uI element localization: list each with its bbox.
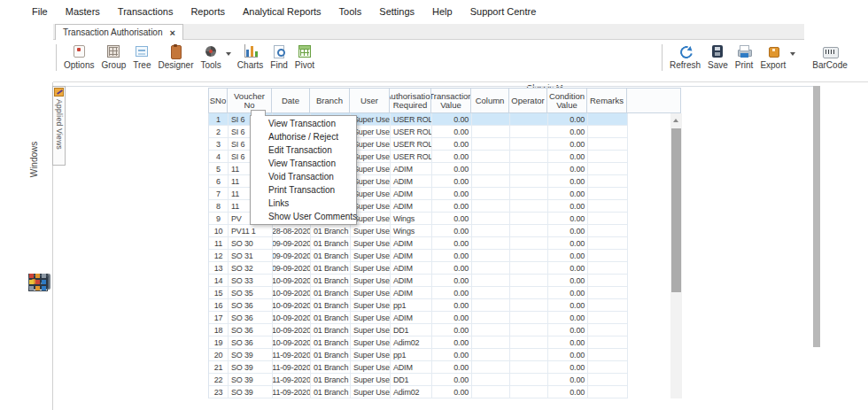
column-header-remarks[interactable]: Remarks: [587, 88, 627, 113]
menu-item-print-transaction[interactable]: Print Transaction: [251, 183, 356, 197]
grid-cell-remarks: [588, 275, 628, 286]
menu-item-analytical-reports[interactable]: Analytical Reports: [234, 5, 330, 19]
applied-views-tab[interactable]: Applied Views: [52, 86, 66, 166]
table-row[interactable]: 10PV11 128-08-202001 BranchSuper UserWin…: [209, 225, 628, 237]
window-vertical-scrollbar[interactable]: [813, 86, 820, 347]
menu-item-tools[interactable]: Tools: [330, 5, 371, 19]
grid-cell-operator: [510, 361, 548, 373]
toolbar-right-group: RefreshSavePrintExportBarCode: [666, 43, 851, 71]
menu-item-void-transaction[interactable]: Void Transaction: [251, 170, 356, 183]
column-header-date[interactable]: Date: [272, 88, 310, 113]
table-row[interactable]: 14SO 3310-09-202001 BranchSuper UserADIM…: [209, 275, 628, 287]
toolbar-button-designer[interactable]: Designer: [154, 43, 197, 71]
grid-cell-condition-value: 0.00: [548, 225, 588, 236]
print-icon: [736, 44, 752, 58]
toolbar-button-label: Options: [64, 60, 94, 70]
grid-cell-remarks: [588, 175, 628, 187]
toolbar-button-tools[interactable]: Tools: [198, 43, 225, 71]
grid-cell-condition-value: 0.00: [548, 126, 588, 137]
toolbar-button-refresh[interactable]: Refresh: [666, 43, 704, 71]
menu-item-view-transaction[interactable]: View Transaction: [251, 157, 356, 170]
grid-cell-remarks: [588, 262, 628, 274]
grid-cell-user: Super User: [351, 337, 391, 348]
menu-item-help[interactable]: Help: [423, 5, 461, 19]
toolbar-button-group[interactable]: Group: [97, 43, 129, 71]
table-row[interactable]: 17SO 3610-09-202001 BranchSuper UserADIM…: [209, 312, 628, 324]
grid-cell-authorisation-required: DD1: [391, 324, 432, 336]
grid-cell-sno: 7: [209, 188, 229, 199]
scrollbar-thumb[interactable]: [671, 128, 681, 292]
grid-cell-voucher-no: PV11 1: [229, 225, 273, 236]
toolbar-button-save[interactable]: Save: [704, 43, 732, 71]
cell-editor-artifact: [251, 110, 266, 116]
grid-cell-branch: 01 Branch: [311, 262, 351, 274]
table-row[interactable]: 19SO 3610-09-202001 BranchSuper UserAdim…: [209, 337, 628, 349]
menu-item-view-transaction[interactable]: View Transaction: [251, 117, 356, 130]
menu-item-show-user-comments[interactable]: Show User Comments: [251, 210, 356, 223]
column-header-user[interactable]: User: [350, 88, 390, 113]
dropdown-arrow-icon[interactable]: [790, 52, 795, 56]
table-row[interactable]: 15SO 3510-09-202001 BranchSuper UserADIM…: [209, 287, 628, 299]
table-row[interactable]: 23SO 3911-09-202001 BranchSuper UserAdim…: [209, 386, 628, 398]
grid-cell-remarks: [588, 213, 628, 224]
scroll-up-arrow-icon[interactable]: [670, 115, 682, 126]
grid-cell-sno: 12: [209, 250, 229, 261]
toolbar-button-options[interactable]: Options: [60, 43, 97, 71]
menu-bar: FileMastersTransactionsReportsAnalytical…: [23, 5, 545, 19]
table-row[interactable]: 13SO 3209-09-202001 BranchSuper UserADIM…: [209, 262, 628, 275]
grid-cell-sno: 10: [209, 225, 229, 236]
menu-item-links[interactable]: Links: [251, 197, 356, 210]
toolbar: OptionsGroupTreeDesignerToolsChartsFindP…: [53, 40, 868, 82]
menu-item-file[interactable]: File: [23, 5, 57, 19]
grid-cell-user: Super User: [351, 312, 391, 323]
grid-cell-transaction-value: 0.00: [432, 299, 472, 311]
toolbar-button-charts[interactable]: Charts: [234, 43, 267, 71]
column-header-sno[interactable]: SNo: [208, 88, 228, 113]
grid-cell-branch: 01 Branch: [311, 386, 351, 398]
toolbar-button-label: Refresh: [670, 60, 701, 70]
table-row[interactable]: 20SO 3911-09-202001 BranchSuper Userpp10…: [209, 349, 628, 361]
toolbar-button-barcode[interactable]: BarCode: [809, 43, 850, 71]
menu-item-reports[interactable]: Reports: [182, 5, 234, 19]
grid-vertical-scrollbar[interactable]: [670, 113, 682, 398]
toolbar-button-export[interactable]: Export: [756, 43, 789, 71]
table-row[interactable]: 16SO 3610-09-202001 BranchSuper Userpp10…: [209, 299, 628, 312]
menu-item-authorise-reject[interactable]: Authorise / Reject: [251, 130, 356, 143]
column-header-authorisation-required[interactable]: Authorisation Required: [390, 88, 431, 113]
grid-cell-sno: 13: [209, 262, 229, 274]
barcode-icon: [822, 44, 838, 58]
toolbar-button-find[interactable]: Find: [267, 43, 291, 71]
column-header-operator[interactable]: Operator: [509, 88, 547, 113]
grid-cell-operator: [510, 225, 548, 236]
charts-icon: [243, 44, 259, 58]
column-header-transaction-value[interactable]: Transaction Value: [431, 88, 471, 113]
column-header-branch[interactable]: Branch: [310, 88, 350, 113]
dropdown-arrow-icon[interactable]: [226, 52, 231, 56]
column-header-column[interactable]: Column: [471, 88, 509, 113]
grid-cell-authorisation-required: ADIM: [391, 250, 432, 261]
grid-cell-transaction-value: 0.00: [432, 374, 472, 385]
table-row[interactable]: 18SO 3610-09-202001 BranchSuper UserDD10…: [209, 324, 628, 337]
toolbar-button-label: Pivot: [295, 60, 314, 70]
grid-cell-condition-value: 0.00: [548, 151, 588, 162]
toolbar-button-tree[interactable]: Tree: [129, 43, 154, 71]
menu-item-support-centre[interactable]: Support Centre: [461, 5, 546, 19]
table-row[interactable]: 21SO 3911-09-202001 BranchSuper UserADIM…: [209, 361, 628, 374]
table-row[interactable]: 11SO 3009-09-202001 BranchSuper UserADIM…: [209, 237, 628, 250]
grid-cell-condition-value: 0.00: [548, 337, 588, 348]
grid-cell-condition-value: 0.00: [548, 213, 588, 224]
tab-transaction-authorisation[interactable]: Transaction Authorisation ×: [55, 24, 183, 40]
column-header-condition-value[interactable]: Condition Value: [547, 88, 587, 113]
toolbar-button-print[interactable]: Print: [732, 43, 757, 71]
grid-cell-operator: [510, 200, 548, 212]
table-row[interactable]: 22SO 3911-09-202001 BranchSuper UserDD10…: [209, 374, 628, 386]
menu-item-settings[interactable]: Settings: [370, 5, 423, 19]
menu-item-transactions[interactable]: Transactions: [109, 5, 182, 19]
menu-item-masters[interactable]: Masters: [57, 5, 109, 19]
table-row[interactable]: 12SO 3109-09-202001 BranchSuper UserADIM…: [209, 250, 628, 262]
grid-cell-transaction-value: 0.00: [432, 324, 472, 336]
grid-cell-authorisation-required: pp1: [391, 349, 432, 360]
close-icon[interactable]: ×: [169, 28, 174, 37]
menu-item-edit-transaction[interactable]: Edit Transaction: [251, 143, 356, 157]
toolbar-button-pivot[interactable]: Pivot: [291, 43, 318, 71]
